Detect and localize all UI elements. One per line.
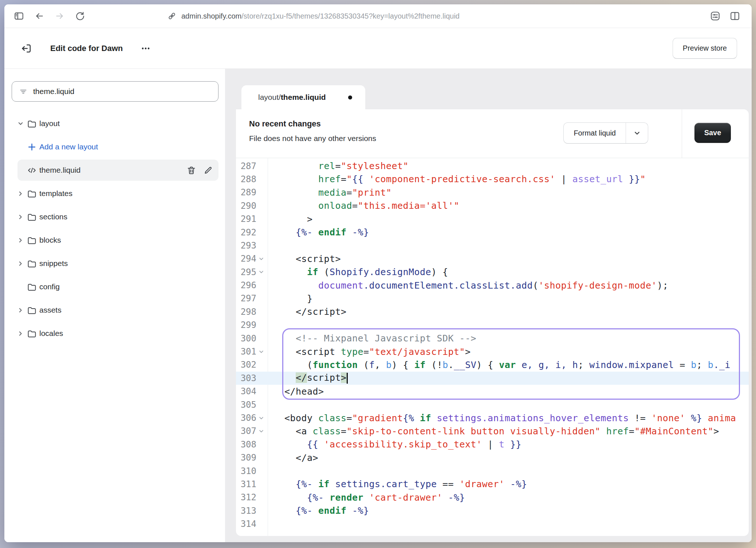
fold-slot[interactable] (256, 257, 266, 261)
code-line-300[interactable]: 300 <!-- Mixpanel Javascript SDK --> (236, 332, 749, 345)
tree-chevron-slot[interactable] (17, 330, 27, 337)
file-search-input[interactable] (33, 87, 211, 96)
code-line-306[interactable]: 306 <body class="gradient{% if settings.… (236, 411, 749, 424)
sidebar-item-theme-liquid[interactable]: theme.liquid (4, 158, 225, 182)
code-line-291[interactable]: 291 > (236, 212, 749, 226)
code-text[interactable]: <link (268, 158, 749, 158)
tree-chevron-slot[interactable] (17, 214, 27, 220)
sidebar-item-templates[interactable]: templates (4, 182, 225, 205)
code-text[interactable]: if (Shopify.designMode) { (268, 267, 749, 277)
code-line-301[interactable]: 301 <script type="text/javascript"> (236, 345, 749, 358)
code-line-310[interactable]: 310 (236, 464, 749, 477)
tree-chevron-slot[interactable] (17, 191, 27, 197)
address-bar[interactable]: admin.shopify.com/store/rzq1xu-f5/themes… (168, 4, 460, 28)
format-liquid-button[interactable]: Format liquid (564, 123, 626, 143)
fold-chevron-icon[interactable] (259, 416, 264, 420)
code-line-299[interactable]: 299 (236, 318, 749, 332)
code-line-293[interactable]: 293 (236, 239, 749, 252)
sidebar-item-assets[interactable]: assets (4, 298, 225, 322)
code-text[interactable]: </script> (268, 306, 749, 317)
fold-slot[interactable] (256, 416, 266, 420)
sidebar-item-blocks[interactable]: blocks (4, 228, 225, 252)
sidebar-item-sections[interactable]: sections (4, 205, 225, 228)
fold-chevron-icon[interactable] (259, 270, 264, 274)
code-line-298[interactable]: 298 </script> (236, 305, 749, 318)
fold-slot[interactable] (256, 430, 266, 433)
code-text[interactable]: <a class="skip-to-content-link button vi… (268, 426, 749, 437)
code-line-294[interactable]: 294 <script> (236, 252, 749, 265)
fold-slot[interactable] (256, 270, 266, 274)
code-line-289[interactable]: 289 media="print" (236, 186, 749, 199)
code-text[interactable]: href="{{ 'component-predictive-search.cs… (268, 174, 749, 184)
code-line-303[interactable]: 303 </script> (236, 372, 749, 385)
code-line-309[interactable]: 309 </a> (236, 451, 749, 464)
chevron-right-icon[interactable] (17, 330, 24, 337)
tree-chevron-slot[interactable] (17, 261, 27, 267)
code-text[interactable]: document.documentElement.classList.add('… (268, 280, 749, 291)
code-text[interactable]: </script> (268, 372, 749, 384)
code-text[interactable]: (function (f, b) { if (!b.__SV) { var e,… (268, 360, 749, 370)
code-text[interactable]: media="print" (268, 187, 749, 198)
sidebar-item-add-a-new-layout[interactable]: Add a new layout (4, 135, 225, 158)
fold-chevron-icon[interactable] (259, 350, 264, 353)
code-line-287[interactable]: 287 rel="stylesheet" (236, 159, 749, 172)
chevron-right-icon[interactable] (17, 307, 24, 313)
code-line-312[interactable]: 312 {%- render 'cart-drawer' -%} (236, 491, 749, 504)
split-view-icon[interactable] (730, 11, 740, 21)
code-text[interactable]: {%- if settings.cart_type == 'drawer' -%… (268, 479, 749, 489)
code-text[interactable]: rel="stylesheet" (268, 161, 749, 171)
code-text[interactable]: </a> (268, 453, 749, 463)
code-text[interactable]: {{ 'accessibility.skip_to_text' | t }} (268, 439, 749, 450)
tree-chevron-slot[interactable] (17, 307, 27, 313)
chevron-right-icon[interactable] (17, 261, 24, 267)
page-settings-icon[interactable] (710, 11, 720, 21)
code-text[interactable]: </head> (268, 386, 749, 397)
chevron-right-icon[interactable] (17, 191, 24, 197)
sidebar-item-snippets[interactable]: snippets (4, 252, 225, 275)
forward-button-icon[interactable] (55, 11, 65, 21)
save-button[interactable]: Save (694, 123, 731, 143)
sidebar-item-layout[interactable]: layout (4, 112, 225, 135)
code-line-292[interactable]: 292 {%- endif -%} (236, 226, 749, 239)
fold-chevron-icon[interactable] (259, 257, 264, 261)
sidebar-item-config[interactable]: config (4, 275, 225, 298)
fold-chevron-icon[interactable] (259, 430, 264, 433)
code-text[interactable]: > (268, 214, 749, 224)
fold-slot[interactable] (256, 350, 266, 353)
sidebar-item-locales[interactable]: locales (4, 322, 225, 345)
tree-chevron-slot[interactable] (17, 121, 27, 127)
code-line-295[interactable]: 295 if (Shopify.designMode) { (236, 266, 749, 279)
code-text[interactable]: {%- endif -%} (268, 227, 749, 238)
code-line-297[interactable]: 297 } (236, 292, 749, 305)
code-text[interactable]: <body class="gradient{% if settings.anim… (268, 413, 749, 423)
format-options-dropdown[interactable] (626, 123, 648, 143)
back-button-icon[interactable] (34, 11, 44, 21)
tab-theme-liquid[interactable]: layout/theme.liquid (241, 85, 365, 109)
chevron-right-icon[interactable] (17, 214, 24, 220)
file-search-box[interactable] (12, 81, 218, 102)
code-text[interactable]: <script type="text/javascript"> (268, 347, 749, 357)
code-line-296[interactable]: 296 document.documentElement.classList.a… (236, 279, 749, 292)
code-line-290[interactable]: 290 onload="this.media='all'" (236, 199, 749, 212)
tree-chevron-slot[interactable] (17, 237, 27, 243)
code-editor[interactable]: 286 <link287 rel="stylesheet"288 href="{… (236, 158, 749, 536)
code-line-302[interactable]: 302 (function (f, b) { if (!b.__SV) { va… (236, 358, 749, 371)
code-line-288[interactable]: 288 href="{{ 'component-predictive-searc… (236, 173, 749, 186)
chevron-down-icon[interactable] (17, 121, 24, 127)
rename-file-button[interactable] (203, 165, 213, 175)
code-line-311[interactable]: 311 {%- if settings.cart_type == 'drawer… (236, 478, 749, 491)
code-text[interactable]: {%- render 'cart-drawer' -%} (268, 492, 749, 503)
code-text[interactable]: <!-- Mixpanel Javascript SDK --> (268, 333, 749, 344)
exit-code-editor-button[interactable] (20, 42, 33, 55)
code-text[interactable]: {%- endif -%} (268, 505, 749, 516)
code-line-305[interactable]: 305 (236, 398, 749, 411)
code-text[interactable]: onload="this.media='all'" (268, 200, 749, 211)
code-line-308[interactable]: 308 {{ 'accessibility.skip_to_text' | t … (236, 438, 749, 451)
more-actions-button[interactable] (140, 43, 151, 54)
chevron-right-icon[interactable] (17, 237, 24, 243)
code-text[interactable]: } (268, 293, 749, 304)
code-line-307[interactable]: 307 <a class="skip-to-content-link butto… (236, 424, 749, 438)
code-text[interactable]: <script> (268, 254, 749, 264)
code-line-304[interactable]: 304 </head> (236, 385, 749, 398)
sidebar-toggle-icon[interactable] (14, 11, 24, 21)
